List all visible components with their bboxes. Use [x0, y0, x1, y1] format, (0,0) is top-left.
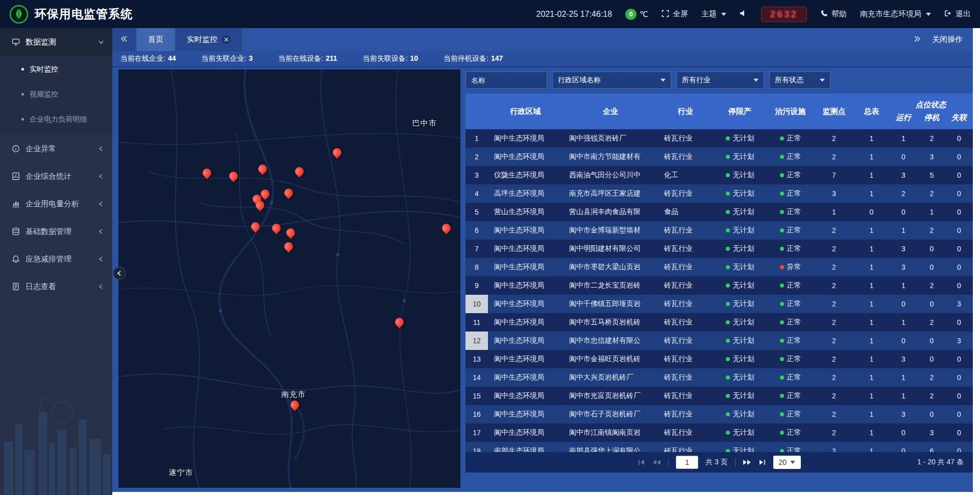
cell-run: 0: [889, 148, 918, 166]
table-row[interactable]: 9阆中生态环境局阆中市二龙长宝页岩砖砖瓦行业无计划正常21120: [465, 276, 973, 295]
region-filter-select[interactable]: 行政区域名称: [552, 72, 671, 89]
status-dot-icon: [726, 228, 730, 232]
sidebar-group-base-data-management[interactable]: 基础数据管理: [0, 218, 112, 245]
table-row[interactable]: 15阆中生态环境局阆中市光富页岩机砖厂砖瓦行业无计划正常21120: [465, 387, 973, 405]
status-dot-icon: [726, 302, 730, 306]
cell-meters: 1: [854, 350, 889, 368]
temperature-value: 0: [625, 9, 636, 20]
theme-dropdown[interactable]: 主题: [701, 9, 726, 19]
table-row[interactable]: 14阆中生态环境局阆中大兴页岩机砖厂砖瓦行业无计划正常21120: [465, 368, 973, 387]
status-dot-icon: [726, 320, 730, 324]
cell-limit-status: 无计划: [713, 221, 767, 240]
table-row[interactable]: 1阆中生态环境局阆中强锐页岩砖厂砖瓦行业无计划正常21120: [465, 129, 973, 148]
cell-region: 仪陇生态环境局: [488, 166, 563, 184]
sidebar-group-enterprise-anomaly[interactable]: 企业异常: [0, 135, 112, 162]
cell-company: 阆中市二龙长宝页岩砖: [563, 276, 658, 295]
industry-filter-select[interactable]: 所有行业: [676, 72, 764, 89]
status-dot-icon: [726, 284, 730, 288]
table-row[interactable]: 6阆中生态环境局阆中市金博瑞新型墙材砖瓦行业无计划正常21120: [465, 221, 973, 240]
cell-meters: 1: [854, 332, 889, 350]
status-dot-icon: [780, 339, 784, 343]
table-row[interactable]: 3仪陇生态环境局西南油气田分公司川中化工无计划正常71350: [465, 166, 973, 184]
logout-button[interactable]: 退出: [944, 9, 971, 19]
sidebar-item-realtime-monitoring[interactable]: 实时监控: [0, 57, 112, 82]
cell-run: 0: [889, 442, 918, 452]
help-button[interactable]: 帮助: [820, 9, 847, 19]
sidebar-item-power-load-detail[interactable]: 企业电力负荷明细: [0, 107, 112, 132]
sidebar-group-enterprise-statistics[interactable]: 企业综合统计: [0, 162, 112, 190]
close-icon[interactable]: [222, 35, 231, 44]
page-number-input[interactable]: [676, 456, 698, 469]
cell-industry: 砖瓦行业: [658, 405, 713, 423]
table-row[interactable]: 5营山生态环境局营山县润丰肉食品有限食品无计划正常10010: [465, 203, 973, 221]
close-operations-dropdown[interactable]: 关闭操作: [929, 28, 973, 51]
next-page-button[interactable]: [743, 459, 751, 465]
table-row[interactable]: 17阆中生态环境局阆中市江南镇阆南页岩砖瓦行业无计划正常21030: [465, 423, 973, 442]
status-dot-icon: [780, 210, 784, 214]
alarm-count-badge[interactable]: 2632: [761, 7, 807, 22]
cell-run: 2: [889, 184, 918, 203]
header-point-status-group: 点位状态 运行 停机 失联: [889, 93, 972, 129]
cell-lost: 3: [946, 295, 972, 313]
sidebar-item-video-monitoring[interactable]: 视频监控: [0, 82, 112, 107]
chevron-down-icon: [753, 79, 758, 82]
first-page-button[interactable]: [638, 459, 645, 465]
chevron-down-icon: [98, 38, 104, 46]
map-panel[interactable]: 巴中市南充市遂宁市: [118, 69, 460, 488]
table-row[interactable]: 7阆中生态环境局阆中明阳建材有限公司砖瓦行业无计划正常21300: [465, 240, 973, 258]
tab-home[interactable]: 首页: [137, 28, 175, 51]
tabs-scroll-right-button[interactable]: [905, 28, 929, 51]
name-filter-input[interactable]: [465, 72, 547, 89]
table-row[interactable]: 12阆中生态环境局阆中市忠信建材有限公砖瓦行业无计划正常21003: [465, 332, 973, 350]
table-row[interactable]: 8阆中生态环境局阆中市枣碧大梁山页岩砖瓦行业无计划异常21300: [465, 258, 973, 276]
cell-facility-status: 正常: [767, 148, 814, 166]
cell-meters: 1: [854, 240, 889, 258]
table-row[interactable]: 18南部生态环境局南部县强华上润有限公砖瓦行业无计划正常21060: [465, 442, 973, 452]
tabbar-spacer: [243, 28, 905, 51]
table-row[interactable]: 2阆中生态环境局阆中市南方节能建材有砖瓦行业无计划正常21030: [465, 148, 973, 166]
cell-limit-status: 无计划: [713, 405, 767, 423]
map-city-label: 南充市: [281, 390, 306, 399]
collapse-sidebar-button[interactable]: [113, 267, 126, 280]
row-index: 3: [465, 166, 488, 184]
alarm-sound-button[interactable]: [740, 10, 748, 18]
status-dot-icon: [780, 155, 784, 159]
table-row[interactable]: 10阆中生态环境局阆中千佛镇五郎垭页岩砖瓦行业无计划正常21003: [465, 295, 973, 313]
status-dot-icon: [780, 320, 784, 324]
prev-page-button[interactable]: [652, 459, 661, 465]
row-index: 5: [465, 203, 488, 221]
cell-region: 阆中生态环境局: [488, 240, 563, 258]
datetime-label: 2021-02-25 17:46:18: [536, 10, 612, 19]
cell-stop: 2: [918, 368, 946, 387]
status-filter-select[interactable]: 所有状态: [769, 72, 830, 89]
cell-industry: 砖瓦行业: [658, 129, 713, 148]
temperature-unit: ℃: [640, 10, 648, 19]
row-index: 11: [465, 313, 488, 332]
cell-lost: 0: [946, 221, 972, 240]
sidebar-group-emergency-reduction[interactable]: 应急减排管理: [0, 245, 112, 273]
cell-region: 阆中生态环境局: [488, 368, 563, 387]
stats-bar: 当前在线企业:44 当前失联企业:3 当前在线设备:211 当前失联设备:10 …: [112, 51, 973, 67]
tabs-scroll-left-button[interactable]: [112, 28, 136, 51]
cell-points: 2: [814, 295, 854, 313]
table-panel: 行政区域名称 所有行业 所有状态 行: [465, 69, 973, 488]
table-row[interactable]: 11阆中生态环境局阆中市五马桥页岩机砖砖瓦行业无计划正常21120: [465, 313, 973, 332]
table-body: 1阆中生态环境局阆中强锐页岩砖厂砖瓦行业无计划正常211202阆中生态环境局阆中…: [465, 129, 973, 452]
cell-limit-status: 无计划: [713, 350, 767, 368]
header-company: 企业: [563, 93, 658, 129]
last-page-button[interactable]: [758, 459, 766, 465]
sidebar-group-log-view[interactable]: 日志查看: [0, 273, 112, 300]
table-row[interactable]: 13阆中生态环境局阆中市金福旺页岩机砖砖瓦行业无计划正常21300: [465, 350, 973, 368]
org-dropdown[interactable]: 南充市生态环境局: [860, 9, 931, 19]
divider: [668, 458, 669, 466]
fullscreen-button[interactable]: 全屏: [662, 9, 688, 19]
cell-points: 3: [814, 184, 854, 203]
sidebar-group-power-usage-analysis[interactable]: 企业用电量分析: [0, 190, 112, 218]
table-row[interactable]: 4高坪生态环境局南充市高坪区王家店建砖瓦行业无计划正常31220: [465, 184, 973, 203]
sidebar-group-data-monitoring[interactable]: 数据监测: [0, 28, 112, 56]
page-size-select[interactable]: 20: [773, 456, 801, 469]
cell-region: 阆中生态环境局: [488, 423, 563, 442]
table-row[interactable]: 16阆中生态环境局阆中市石子页岩机砖厂砖瓦行业无计划正常21300: [465, 405, 973, 423]
status-dot-icon: [726, 192, 730, 196]
tab-realtime-monitoring[interactable]: 实时监控: [176, 28, 242, 51]
